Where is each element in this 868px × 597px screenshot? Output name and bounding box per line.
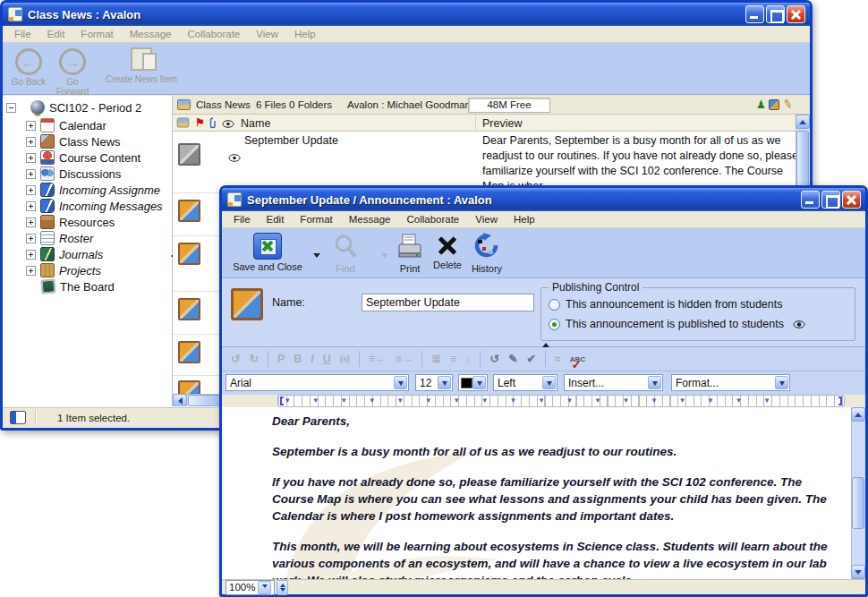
expand-icon[interactable] xyxy=(26,234,36,243)
collapse-icon[interactable] xyxy=(6,103,16,113)
body-text[interactable]: Dear Parents, September is a busy month … xyxy=(272,413,847,579)
news-item-icon[interactable] xyxy=(178,298,200,320)
menu-collaborate[interactable]: Collaborate xyxy=(398,212,467,226)
radio-published-option[interactable]: This announcement is published to studen… xyxy=(549,318,805,330)
scroll-down-button[interactable] xyxy=(851,565,865,579)
user-presence-icon[interactable]: ♟ xyxy=(756,98,766,111)
strikethrough-icon[interactable]: (s) xyxy=(340,353,350,365)
front-titlebar[interactable]: September Update / Announcement : Avalon xyxy=(222,188,865,211)
expand-icon[interactable] xyxy=(26,121,36,131)
signature-icon[interactable]: ≈ xyxy=(555,353,561,365)
indent-icon[interactable]: ≡→ xyxy=(396,353,413,365)
scroll-thumb[interactable] xyxy=(796,131,809,193)
undo-icon[interactable]: ↺ xyxy=(231,353,240,365)
ruler[interactable]: ▾▾▾▾▾▾▾▾▾▾▾▾▾▾▾▾▾▾ xyxy=(277,395,845,407)
tree-item-the-board[interactable]: The Board xyxy=(41,278,115,294)
radio-icon[interactable] xyxy=(549,299,560,311)
spell-check-icon[interactable]: ABC ✓ xyxy=(570,355,585,363)
tree-root-sci102[interactable]: SCI102 - Period 2 xyxy=(6,99,141,115)
close-button[interactable] xyxy=(842,191,861,209)
bold-icon[interactable]: B xyxy=(294,353,302,365)
tree-item-incoming-messages[interactable]: Incoming Messages xyxy=(26,198,163,214)
menu-view[interactable]: View xyxy=(248,27,286,41)
edit-pencil-icon[interactable]: ✎ xyxy=(781,97,794,112)
expand-icon[interactable] xyxy=(26,217,36,227)
expand-icon[interactable] xyxy=(26,137,36,147)
left-margin-marker[interactable] xyxy=(280,397,284,405)
format-select[interactable]: Format... xyxy=(671,374,790,391)
news-item-icon[interactable] xyxy=(178,341,200,363)
plain-style-icon[interactable]: P xyxy=(277,353,285,365)
scroll-left-button[interactable] xyxy=(173,394,187,407)
unindent-icon[interactable]: ≡← xyxy=(369,353,387,365)
menu-edit[interactable]: Edit xyxy=(259,212,293,226)
expand-icon[interactable] xyxy=(26,169,36,179)
minimize-button[interactable] xyxy=(745,5,764,23)
expand-icon[interactable] xyxy=(26,266,36,276)
tree-item-course-content[interactable]: Course Content xyxy=(26,149,140,166)
news-item-icon[interactable] xyxy=(178,243,200,265)
tree-item-journals[interactable]: Journals xyxy=(26,246,103,262)
insert-select[interactable]: Insert... xyxy=(564,374,663,391)
tree-item-class-news[interactable]: Class News xyxy=(26,133,121,149)
close-button[interactable] xyxy=(787,5,805,23)
news-item-name[interactable]: September Update xyxy=(244,134,338,147)
tree-item-resources[interactable]: Resources xyxy=(26,214,115,230)
save-options-dropdown-icon[interactable] xyxy=(313,253,320,261)
menu-message[interactable]: Message xyxy=(122,27,180,41)
menu-message[interactable]: Message xyxy=(341,212,399,226)
menu-format[interactable]: Format xyxy=(72,27,121,41)
radio-hidden-option[interactable]: This announcement is hidden from student… xyxy=(549,298,783,311)
go-back-button[interactable]: ← Go Back xyxy=(8,48,49,87)
announcement-body[interactable]: Dear Parents, September is a busy month … xyxy=(222,407,851,579)
chevron-down-icon[interactable] xyxy=(775,376,788,389)
go-forward-button[interactable]: → Go Forward xyxy=(49,48,96,97)
edit-pen-icon[interactable]: ✎ xyxy=(508,353,517,365)
menu-file[interactable]: File xyxy=(226,212,259,226)
column-divider[interactable] xyxy=(475,115,476,132)
history-button[interactable]: History xyxy=(467,233,506,274)
menu-view[interactable]: View xyxy=(467,212,506,226)
tree-item-discussions[interactable]: Discussions xyxy=(26,166,121,182)
save-and-close-button[interactable]: Save and Close xyxy=(227,233,308,272)
font-size-select[interactable]: 12 xyxy=(415,374,453,391)
chevron-down-icon[interactable] xyxy=(258,581,271,594)
chevron-down-icon[interactable] xyxy=(472,376,486,389)
move-down-icon[interactable]: ↓ xyxy=(465,353,471,365)
numbered-list-icon[interactable]: ≣ xyxy=(431,353,440,365)
menu-collaborate[interactable]: Collaborate xyxy=(179,27,248,41)
flag-column-icon[interactable]: ⚑ xyxy=(195,117,205,128)
alignment-select[interactable]: Left xyxy=(493,374,557,391)
news-item-icon[interactable] xyxy=(178,380,200,394)
zoom-stepper[interactable] xyxy=(277,580,288,595)
chevron-down-icon[interactable] xyxy=(648,376,661,389)
zoom-level-select[interactable]: 100% xyxy=(226,580,275,595)
toggle-panel-icon[interactable] xyxy=(10,411,26,424)
menu-help[interactable]: Help xyxy=(286,27,324,41)
name-input[interactable] xyxy=(362,294,534,311)
permissions-icon[interactable] xyxy=(769,99,779,110)
right-margin-marker[interactable] xyxy=(838,397,842,405)
italic-icon[interactable]: I xyxy=(311,353,313,365)
scroll-up-button[interactable] xyxy=(851,407,865,422)
underline-icon[interactable]: U xyxy=(323,353,331,365)
tree-item-calendar[interactable]: Calendar xyxy=(26,117,106,133)
item-icon-column[interactable] xyxy=(177,118,190,128)
scroll-thumb[interactable] xyxy=(188,395,224,406)
chevron-down-icon[interactable] xyxy=(542,376,556,389)
maximize-button[interactable] xyxy=(766,5,785,23)
minimize-button[interactable] xyxy=(801,191,820,209)
chevron-down-icon[interactable] xyxy=(438,376,451,389)
create-news-item-button[interactable]: Create News Item xyxy=(103,46,180,84)
news-item-icon[interactable] xyxy=(178,200,200,222)
menu-edit[interactable]: Edit xyxy=(39,27,73,41)
font-color-select[interactable] xyxy=(458,374,488,391)
approve-check-icon[interactable]: ✔ xyxy=(526,353,535,365)
preview-column-header[interactable]: Preview xyxy=(482,117,522,130)
chevron-down-icon[interactable] xyxy=(394,376,407,389)
expand-icon[interactable] xyxy=(26,153,36,163)
news-item-preview[interactable]: Dear Parents, September is a busy month … xyxy=(482,133,797,189)
redo-icon[interactable]: ↻ xyxy=(249,353,258,365)
menu-file[interactable]: File xyxy=(6,27,39,41)
delete-button[interactable]: Delete xyxy=(430,233,465,270)
